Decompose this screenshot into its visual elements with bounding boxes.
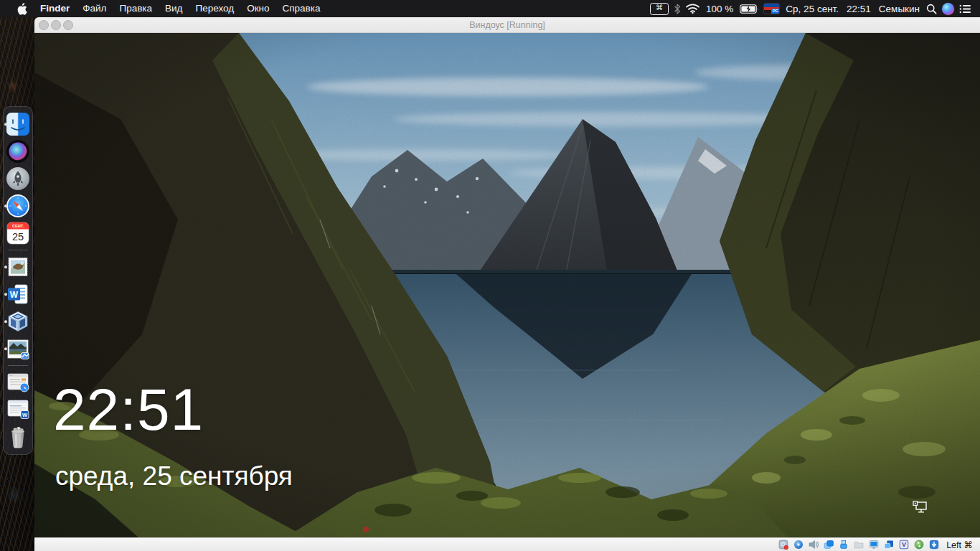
mouse-integration-icon[interactable] bbox=[914, 540, 924, 550]
macos-menu-bar: Finder Файл Правка Вид Переход Окно Спра… bbox=[0, 0, 980, 17]
lock-screen-time: 22:51 bbox=[53, 380, 204, 439]
dock-item-siri[interactable] bbox=[4, 140, 32, 163]
word-badge: W bbox=[21, 411, 29, 419]
safari-badge bbox=[20, 383, 29, 392]
menu-app-name[interactable]: Finder bbox=[34, 0, 76, 17]
running-indicator bbox=[4, 204, 7, 207]
audio-icon[interactable] bbox=[809, 540, 819, 550]
siri-icon[interactable] bbox=[942, 3, 954, 15]
photo-preview-icon bbox=[6, 337, 29, 360]
network-adapters-icon[interactable] bbox=[824, 540, 834, 550]
menu-view[interactable]: Вид bbox=[159, 0, 189, 17]
list-menu-icon[interactable] bbox=[959, 4, 971, 14]
running-indicator bbox=[4, 123, 7, 126]
features-letter: V bbox=[902, 541, 907, 548]
menu-bar-status: ⌘ 100 % bbox=[650, 3, 980, 15]
word-letter: W bbox=[10, 290, 19, 300]
network-status-icon bbox=[913, 501, 928, 515]
dock-item-safari[interactable] bbox=[4, 194, 32, 217]
safari-icon bbox=[6, 194, 29, 217]
launchpad-icon bbox=[6, 167, 29, 190]
input-source-badge: РС bbox=[771, 9, 779, 14]
mail-icon bbox=[6, 255, 29, 278]
svg-text:W: W bbox=[22, 412, 28, 418]
running-indicator bbox=[4, 347, 7, 350]
minimize-button[interactable] bbox=[51, 20, 61, 30]
user-name[interactable]: Семыкин bbox=[877, 4, 921, 14]
screen: Finder Файл Правка Вид Переход Окно Спра… bbox=[0, 0, 980, 551]
lock-screen-date: среда, 25 сентября bbox=[55, 461, 293, 492]
wifi-icon[interactable] bbox=[686, 4, 699, 14]
vm-window-title: Виндоус [Running] bbox=[469, 20, 545, 30]
trash-icon bbox=[6, 425, 29, 449]
menu-help[interactable]: Справка bbox=[276, 0, 327, 17]
dock-item-minimized-safari-window[interactable] bbox=[4, 371, 32, 394]
video-capture-icon[interactable] bbox=[884, 540, 894, 550]
dock-item-trash[interactable] bbox=[4, 425, 32, 448]
dock-item-mail[interactable] bbox=[4, 255, 32, 278]
vm-window-title-bar[interactable]: Виндоус [Running] bbox=[34, 17, 980, 33]
vm-status-bar: V Left ⌘ bbox=[34, 537, 980, 551]
minimized-word-window-icon: W bbox=[6, 399, 29, 420]
menu-bar-left: Finder Файл Правка Вид Переход Окно Спра… bbox=[0, 0, 326, 17]
input-source-flag-icon[interactable]: РС bbox=[764, 4, 779, 14]
word-icon: W bbox=[6, 283, 29, 306]
vm-display[interactable]: 22:51 среда, 25 сентября bbox=[34, 33, 980, 537]
shared-folders-icon[interactable] bbox=[854, 540, 864, 550]
battery-icon[interactable] bbox=[740, 4, 759, 14]
close-button[interactable] bbox=[39, 20, 49, 30]
dock-divider bbox=[8, 250, 28, 250]
minimized-safari-window-icon bbox=[6, 372, 29, 393]
features-icon[interactable]: V bbox=[899, 540, 909, 550]
spotlight-search-icon[interactable] bbox=[926, 4, 937, 14]
vm-window: Виндоус [Running] bbox=[34, 17, 980, 551]
dock-item-preview-photo[interactable] bbox=[4, 337, 32, 360]
calendar-month: СЕНТ. bbox=[12, 224, 24, 228]
menu-go[interactable]: Переход bbox=[189, 0, 241, 17]
hard-disk-icon[interactable] bbox=[778, 540, 788, 550]
calendar-day: 25 bbox=[12, 231, 24, 242]
calendar-icon: СЕНТ. 25 bbox=[6, 222, 29, 245]
running-indicator bbox=[4, 320, 7, 323]
dock-item-minimized-word-window[interactable]: W bbox=[4, 398, 32, 421]
apple-icon bbox=[17, 3, 27, 15]
menu-clock-date[interactable]: Ср, 25 сент. bbox=[784, 4, 840, 14]
dock-item-word[interactable]: W bbox=[4, 283, 32, 306]
bluetooth-icon[interactable] bbox=[674, 4, 681, 14]
finder-icon bbox=[6, 113, 29, 136]
traffic-lights bbox=[39, 17, 73, 32]
usb-icon[interactable] bbox=[839, 540, 849, 550]
virtualbox-icon bbox=[6, 310, 29, 333]
dock-divider bbox=[8, 365, 28, 366]
dock-item-launchpad[interactable] bbox=[4, 167, 32, 190]
battery-percent: 100 % bbox=[705, 4, 735, 14]
running-indicator bbox=[4, 265, 7, 268]
keyboard-capture-icon[interactable] bbox=[929, 540, 939, 550]
menu-clock-time[interactable]: 22:51 bbox=[845, 4, 872, 14]
menu-file[interactable]: Файл bbox=[76, 0, 113, 17]
optical-disc-icon[interactable] bbox=[793, 540, 804, 550]
dock-item-finder[interactable] bbox=[4, 113, 32, 136]
siri-dock-icon bbox=[6, 140, 29, 163]
keyboard-viewer-icon[interactable]: ⌘ bbox=[650, 3, 669, 15]
running-indicator bbox=[4, 293, 7, 296]
menu-window[interactable]: Окно bbox=[240, 0, 275, 17]
apple-menu[interactable] bbox=[10, 3, 34, 15]
menu-edit[interactable]: Правка bbox=[113, 0, 159, 17]
photo-badge bbox=[22, 353, 29, 359]
dock-item-calendar[interactable]: СЕНТ. 25 bbox=[4, 222, 32, 245]
dock-item-virtualbox[interactable] bbox=[4, 310, 32, 333]
display-icon[interactable] bbox=[869, 540, 879, 550]
dock: СЕНТ. 25 bbox=[3, 106, 33, 455]
host-key-label: Left ⌘ bbox=[944, 540, 973, 550]
zoom-button[interactable] bbox=[63, 20, 73, 30]
